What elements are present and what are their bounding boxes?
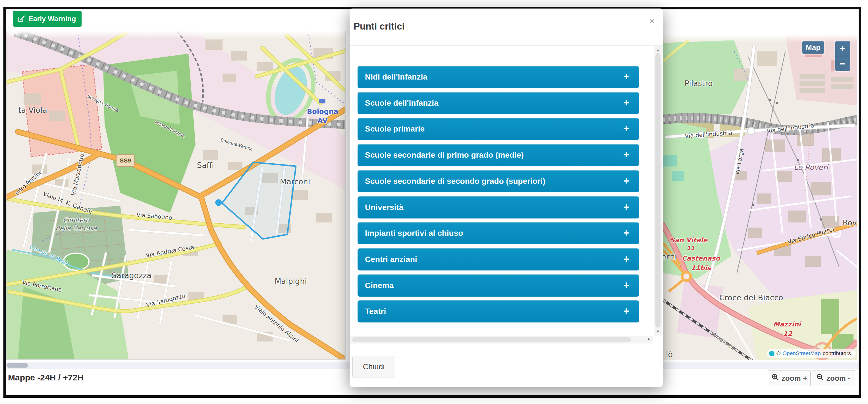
map-label-pilastro: Pilastro (685, 79, 713, 88)
map-label-marconi: Marconi (280, 177, 310, 186)
page-scrollbar-thumb[interactable] (6, 363, 28, 368)
attribution-suffix: contributors. (823, 350, 852, 356)
attribution-dot-icon (769, 351, 774, 356)
horizontal-scrollbar-thumb[interactable] (352, 337, 631, 342)
right-map[interactable]: Pilastro Via dell'Industria Via dell'Ind… (663, 34, 857, 360)
map-zoom-out-button[interactable]: − (835, 56, 850, 71)
chiudi-button[interactable]: Chiudi (352, 356, 395, 378)
map-label-castenaso: Castenaso (682, 254, 720, 262)
modal-vertical-scrollbar[interactable]: ▲ ▼ (654, 46, 662, 336)
plus-icon: + (623, 301, 629, 321)
plus-icon: + (623, 93, 629, 113)
zoom-in-icon (771, 373, 779, 383)
plus-icon: + (623, 66, 629, 87)
accordion-item-universita[interactable]: Università + (358, 196, 639, 218)
plus-icon: + (623, 249, 629, 269)
map-type-button[interactable]: Map (802, 41, 824, 54)
early-warning-label: Early Warning (28, 15, 76, 23)
zoom-out-icon (816, 373, 824, 383)
plus-icon: + (623, 171, 629, 191)
accordion-item-scuole-superiori[interactable]: Scuole secondarie di secondo grado (supe… (358, 170, 639, 192)
map-label-lo: ló (666, 350, 673, 359)
map-label-rove: Rove (843, 218, 857, 227)
map-zoom-in-button[interactable]: + (835, 41, 850, 56)
plus-icon: + (623, 197, 629, 217)
map-label-croce-del-biacco: Croce del Biacco (719, 293, 783, 302)
map-label-11: 11 (687, 245, 694, 251)
plus-icon: + (623, 119, 629, 139)
map-label-malpighi: Malpighi (275, 277, 307, 285)
zoom-in-button[interactable]: zoom + (768, 370, 811, 386)
vertical-scrollbar-thumb[interactable] (655, 53, 660, 328)
accordion-item-scuole-medie[interactable]: Scuole secondarie di primo grado (medie)… (358, 144, 639, 166)
map-label-mazzini: Mazzini (773, 320, 801, 328)
accordion-item-cinema[interactable]: Cinema + (358, 275, 639, 297)
map-label-san-vitale: San Vitale (670, 237, 707, 244)
accordion-item-teatri[interactable]: Teatri + (358, 300, 639, 322)
plus-icon: + (623, 223, 629, 243)
map-label-11bis: 11bis (691, 264, 711, 272)
scroll-right-arrow-icon[interactable]: ▸ (648, 336, 650, 342)
modal-horizontal-scrollbar[interactable]: ◂ ▸ (349, 336, 653, 343)
early-warning-button[interactable]: Early Warning (13, 11, 82, 27)
scroll-down-arrow-icon[interactable]: ▼ (654, 329, 662, 334)
map-zoom-control: + − (835, 41, 850, 71)
scroll-up-arrow-icon[interactable]: ▲ (654, 48, 662, 52)
accordion-item-nidi-infanzia[interactable]: Nidi dell'infanzia + (358, 66, 639, 88)
edit-icon (18, 15, 25, 23)
road-ref-badge-ss9: SS9 (116, 154, 135, 167)
maps-caption: Mappe -24H / +72H (8, 373, 84, 382)
attribution-openstreetmap-link[interactable]: OpenStreetMap (782, 350, 820, 356)
map-label-cimitero: Cimitero della Certosa (55, 216, 97, 232)
close-icon[interactable]: × (649, 16, 655, 26)
accordion-item-scuole-infanzia[interactable]: Scuole dell'infanzia + (358, 92, 639, 114)
modal-header-divider (349, 45, 663, 46)
accordion-item-scuole-primarie[interactable]: Scuole primarie + (358, 118, 639, 140)
map-attribution: © OpenStreetMap contributors. (767, 349, 856, 358)
accordion-item-impianti-sportivi[interactable]: Impianti sportivi al chiuso + (358, 222, 639, 244)
map-label-12: 12 (783, 330, 792, 338)
accordion-item-centri-anziani[interactable]: Centri anziani + (358, 248, 639, 271)
attribution-copyright: © (776, 350, 780, 356)
app-root: Early Warning (0, 0, 868, 404)
map-label-saragozza: Saragozza (112, 271, 152, 280)
map-label-le-roveri: Le Roveri (794, 163, 828, 172)
left-map[interactable]: ta Viola Saffi Marconi Saragozza Malpigh… (6, 31, 346, 360)
map-label-ta-viola: ta Viola (18, 106, 47, 115)
map-label-enti: enti (663, 252, 676, 261)
map-label-bologna-av: Bologna AV (307, 107, 338, 125)
plus-icon: + (623, 145, 629, 165)
punti-critici-modal: Punti critici × Nidi dell'infanzia + Scu… (349, 8, 663, 387)
modal-title: Punti critici (353, 21, 405, 32)
map-label-saffi: Saffi (197, 161, 214, 169)
plus-icon: + (623, 275, 629, 296)
zoom-out-button[interactable]: zoom - (812, 370, 855, 386)
